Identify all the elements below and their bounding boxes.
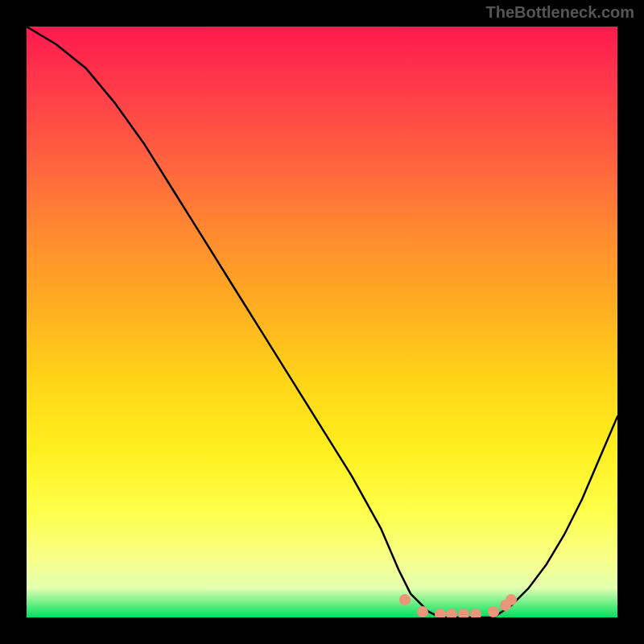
watermark-text: TheBottleneck.com <box>486 3 634 22</box>
data-marker <box>399 594 411 605</box>
plot-area <box>27 27 617 617</box>
data-marker <box>446 609 457 617</box>
data-marker <box>435 609 446 617</box>
data-marker <box>506 594 517 605</box>
data-marker <box>458 609 469 617</box>
bottleneck-curve-svg <box>27 27 617 617</box>
data-marker <box>417 606 428 617</box>
data-marker <box>488 606 499 617</box>
bottleneck-curve-path <box>27 27 617 617</box>
data-marker <box>470 609 481 617</box>
